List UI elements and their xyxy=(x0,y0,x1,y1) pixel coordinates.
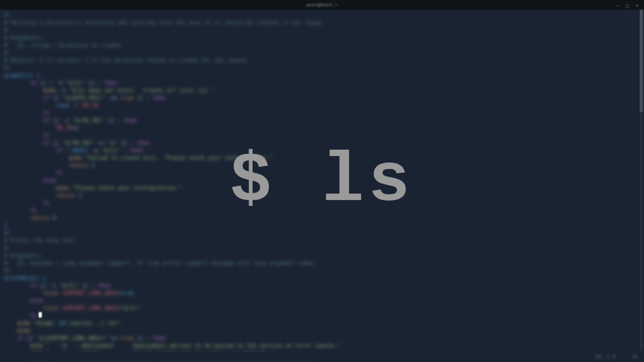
window-titlebar: user@host:~ − □ × xyxy=(0,0,644,10)
close-icon[interactable]: × xyxy=(635,3,640,7)
code-line: return 1 xyxy=(4,162,640,169)
code-line: echo "Please check your configuration." xyxy=(4,184,640,192)
code-line: else xyxy=(4,177,640,184)
code-line: return 0 xyxy=(4,215,640,222)
window-controls: − □ × xyxy=(616,3,640,7)
code-line: prepdir() { xyxy=(4,72,640,79)
code-line: if [[ -z "$(1)" ]] ; then xyxy=(4,282,640,290)
code-editor[interactable]: #!# Verifies a directory's existence and… xyxy=(0,10,644,351)
code-line: # xyxy=(4,49,640,57)
code-line: local SUPPORT_LONG_ARGS="$(1)" xyxy=(4,305,640,312)
code-line: if [[ -z "$(YN_IN)" ]] ; then xyxy=(4,117,640,124)
code-line: #! xyxy=(4,230,640,237)
code-line: echo "Usage: $0 [option...] <%>" xyxy=(4,320,640,327)
code-line: #! xyxy=(4,267,640,275)
code-line: #! xyxy=(4,64,640,72)
code-line: # xyxy=(4,27,640,34)
code-line: # Arguments: xyxy=(4,252,640,260)
statusbar: 68, 1 0 sh xyxy=(0,351,644,362)
code-line: echo " -d, --deployment Deployment optio… xyxy=(4,342,640,350)
code-line: echo -n "$(1) does not exist. Create it?… xyxy=(4,87,640,94)
statusbar-mode: sh xyxy=(632,354,638,359)
code-line: # $1: boolean | Long argument support. I… xyxy=(4,260,640,267)
code-line: } xyxy=(4,222,640,230)
code-line: echo "Failed to create $(1). Please chec… xyxy=(4,154,640,162)
code-line: fi xyxy=(4,109,640,117)
code-line: if [[ ! -d "$(1)" ]] ; then xyxy=(4,79,640,87)
code-line: #! xyxy=(4,12,640,19)
maximize-icon[interactable]: □ xyxy=(626,3,630,7)
code-line: fi xyxy=(4,132,640,139)
code-line: read -r YN_IN xyxy=(4,102,640,109)
code-line: fi xyxy=(4,207,640,215)
scrollbar-vertical[interactable] xyxy=(640,10,643,351)
code-line: fi xyxy=(4,169,640,177)
code-line: # Arguments: xyxy=(4,34,640,42)
code-line: # xyxy=(4,245,640,252)
titlebar-text: user@host:~ xyxy=(306,2,338,8)
code-line: if ! mkdir -p "$(1)" ; then xyxy=(4,147,640,154)
code-line: # Verifies a directory's existence and c… xyxy=(4,19,640,27)
code-line: # $1: string | Directory to create xyxy=(4,42,640,49)
code-line: YN_IN=y xyxy=(4,124,640,132)
code-line: fi xyxy=(4,312,640,320)
scrollbar-thumb[interactable] xyxy=(640,10,643,112)
code-line: local SUPPORT_LONG_ARGS=true xyxy=(4,290,640,297)
code-line: printHelp() { xyxy=(4,275,640,282)
code-line: # Returns: 0 if success; 1 if the direct… xyxy=(4,57,640,64)
code-line: fi xyxy=(4,200,640,207)
text-cursor xyxy=(39,312,42,317)
code-line: if [[ "$(YN_IN)" == "y" ]] ; then xyxy=(4,139,640,147)
code-line: # Prints the help text xyxy=(4,237,640,245)
code-line: if [[ "$(SUPPORT_LONG_ARGS)" == true ]] … xyxy=(4,335,640,342)
minimize-icon[interactable]: − xyxy=(616,3,620,7)
code-line: if [[ "$(AUTO_YES)" -ne true ]] ; then xyxy=(4,94,640,102)
statusbar-position: 68, 1 0 xyxy=(595,354,616,359)
code-line: return 1 xyxy=(4,192,640,200)
code-line: else xyxy=(4,297,640,305)
code-line: echo xyxy=(4,327,640,335)
